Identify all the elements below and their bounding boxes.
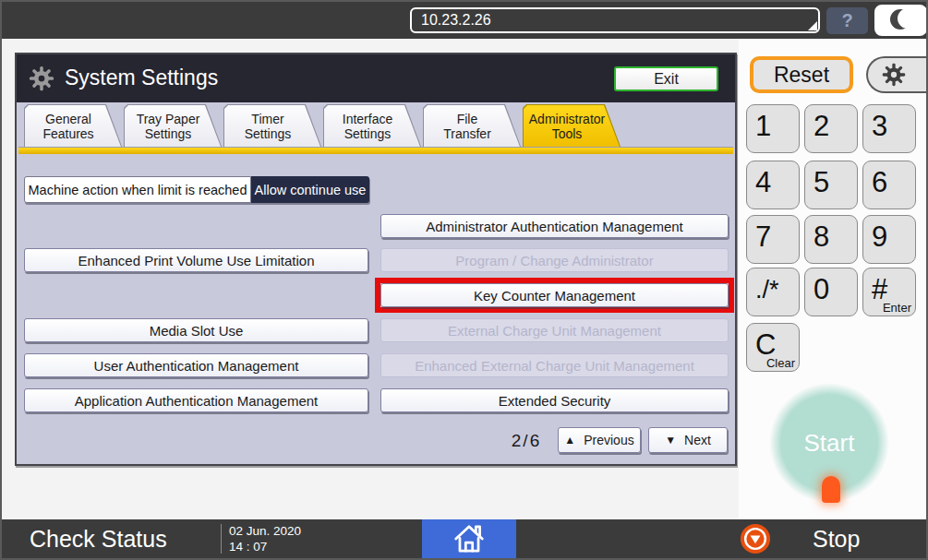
limit-action-label: Machine action when limit is reached bbox=[24, 176, 251, 203]
tab-file-transfer[interactable]: File Transfer bbox=[423, 104, 521, 147]
keypad-3[interactable]: 3 bbox=[862, 104, 916, 153]
external-charge-unit-button: External Charge Unit Management bbox=[380, 318, 729, 342]
limit-action-value[interactable]: Allow continue use bbox=[251, 176, 369, 203]
start-label: Start bbox=[804, 429, 855, 458]
home-icon bbox=[452, 521, 487, 556]
next-page-button[interactable]: ▼ Next bbox=[648, 427, 728, 453]
active-tab-strip bbox=[18, 147, 733, 154]
keypad-clear[interactable]: C Clear bbox=[746, 323, 800, 372]
settings-gear-icon bbox=[881, 62, 907, 88]
key-counter-management-button[interactable]: Key Counter Management bbox=[380, 283, 729, 307]
check-status-button[interactable]: Check Status bbox=[30, 519, 167, 558]
program-change-administrator-button: Program / Change Administrator bbox=[380, 248, 729, 272]
start-indicator-light bbox=[822, 476, 840, 503]
hardware-key-panel: Reset 1 2 3 4 5 6 7 8 9 ./* 0 # bbox=[739, 39, 928, 523]
top-status-bar: 10.23.2.26 ? bbox=[2, 2, 926, 39]
divider bbox=[221, 524, 222, 554]
stop-icon[interactable] bbox=[740, 523, 771, 554]
admin-authentication-management-button[interactable]: Administrator Authentication Management bbox=[380, 214, 729, 238]
tab-administrator-tools[interactable]: Administrator Tools bbox=[523, 104, 621, 147]
up-triangle-icon: ▲ bbox=[564, 434, 575, 447]
panel-title-bar: System Settings Exit bbox=[17, 54, 735, 102]
enter-sublabel: Enter bbox=[883, 301, 911, 315]
enhanced-print-volume-button[interactable]: Enhanced Print Volume Use Limitation bbox=[24, 248, 368, 272]
date-line: 02 Jun. 2020 bbox=[229, 523, 301, 539]
previous-page-button[interactable]: ▲ Previous bbox=[558, 427, 641, 453]
enhanced-external-charge-unit-button: Enhanced External Charge Unit Management bbox=[380, 353, 729, 377]
reset-button[interactable]: Reset bbox=[750, 56, 853, 93]
device-screen: 10.23.2.26 ? System Settings Exit bbox=[0, 0, 928, 560]
ip-address-field[interactable]: 10.23.2.26 bbox=[410, 7, 820, 33]
application-authentication-management-button[interactable]: Application Authentication Management bbox=[24, 388, 368, 412]
keypad-0[interactable]: 0 bbox=[804, 268, 858, 316]
gear-icon bbox=[28, 65, 55, 92]
date-time: 02 Jun. 2020 14 : 07 bbox=[229, 523, 301, 554]
down-triangle-icon: ▼ bbox=[665, 434, 676, 447]
user-authentication-management-button[interactable]: User Authentication Management bbox=[24, 353, 368, 377]
keypad-6[interactable]: 6 bbox=[862, 161, 916, 209]
keypad-9[interactable]: 9 bbox=[862, 215, 916, 264]
ip-address-value: 10.23.2.26 bbox=[421, 12, 491, 28]
keypad-7[interactable]: 7 bbox=[746, 215, 800, 264]
crescent-moon-icon bbox=[890, 9, 912, 31]
clear-sublabel: Clear bbox=[766, 356, 795, 370]
keypad-5[interactable]: 5 bbox=[804, 161, 858, 209]
media-slot-use-button[interactable]: Media Slot Use bbox=[24, 318, 368, 342]
key-counter-highlight-box: Key Counter Management bbox=[375, 278, 734, 313]
tab-interface-settings[interactable]: Interface Settings bbox=[323, 104, 421, 147]
energy-saver-button[interactable] bbox=[874, 5, 927, 36]
keypad-4[interactable]: 4 bbox=[746, 161, 800, 209]
tab-general-features[interactable]: General Features bbox=[24, 104, 122, 147]
exit-button[interactable]: Exit bbox=[614, 66, 718, 91]
stop-button[interactable]: Stop bbox=[813, 519, 860, 558]
keypad-enter[interactable]: # Enter bbox=[862, 268, 916, 316]
help-button[interactable]: ? bbox=[826, 7, 868, 34]
keypad-star[interactable]: ./* bbox=[746, 268, 800, 316]
settings-key-button[interactable] bbox=[866, 56, 928, 93]
tab-tray-paper-settings[interactable]: Tray Paper Settings bbox=[124, 104, 222, 147]
page-title: System Settings bbox=[65, 66, 218, 90]
bottom-status-bar: Check Status 02 Jun. 2020 14 : 07 bbox=[2, 519, 926, 558]
keypad-2[interactable]: 2 bbox=[804, 104, 858, 153]
tab-timer-settings[interactable]: Timer Settings bbox=[223, 104, 321, 147]
help-icon: ? bbox=[841, 10, 852, 31]
page-indicator: 2/6 bbox=[497, 431, 556, 451]
keypad-1[interactable]: 1 bbox=[746, 104, 800, 153]
extended-security-button[interactable]: Extended Security bbox=[380, 388, 729, 412]
system-settings-panel: System Settings Exit General Features Tr… bbox=[15, 53, 737, 466]
home-button[interactable] bbox=[422, 519, 516, 558]
keypad-8[interactable]: 8 bbox=[804, 215, 858, 264]
time-line: 14 : 07 bbox=[229, 539, 301, 554]
